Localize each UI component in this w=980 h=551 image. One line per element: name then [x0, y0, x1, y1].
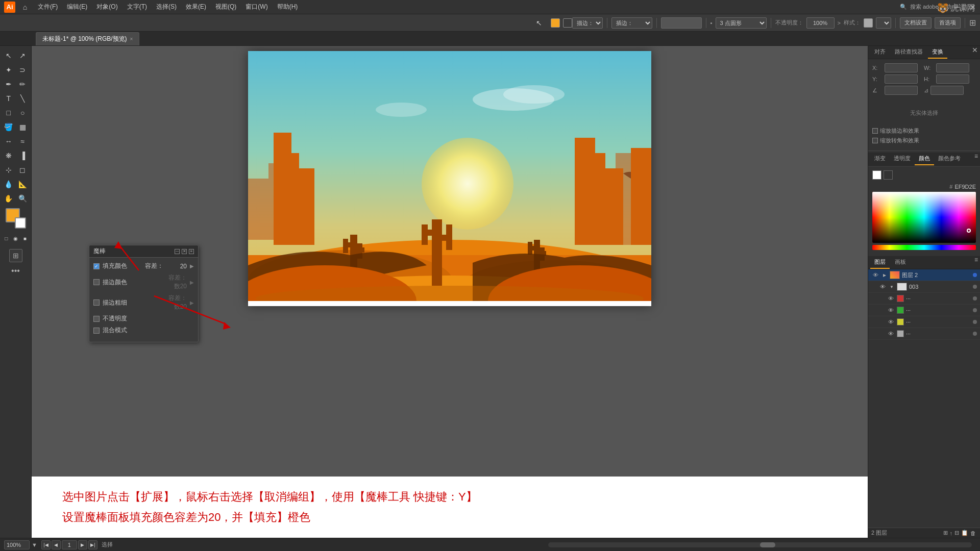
document-tab[interactable]: 未标题-1* @ 100% (RGB/预览) ×	[36, 32, 139, 45]
layers-menu-btn[interactable]: ≡	[974, 256, 978, 269]
menu-view[interactable]: 视图(Q)	[211, 2, 240, 12]
more-tools[interactable]: •••	[2, 266, 29, 276]
slice-tool[interactable]: ⊹	[2, 163, 15, 177]
view-toggle-icon[interactable]: ⊞	[969, 18, 976, 28]
h-scrollbar-thumb[interactable]	[760, 542, 775, 547]
eraser-tool[interactable]: ◻	[16, 163, 30, 177]
background-color[interactable]	[15, 217, 26, 229]
y-input[interactable]	[885, 74, 918, 84]
magic-wand-tool[interactable]: ✦	[2, 63, 15, 77]
sub-4-eye[interactable]: 👁	[887, 330, 895, 338]
direct-selection-tool[interactable]: ↗	[16, 49, 30, 62]
paint-bucket-tool[interactable]: 🪣	[2, 120, 15, 134]
sub-1-eye[interactable]: 👁	[887, 294, 895, 303]
color-tab[interactable]: 颜色	[915, 153, 934, 165]
first-page-btn[interactable]: |◀	[41, 540, 51, 549]
layer-sub-3[interactable]: 👁 ···	[868, 316, 980, 328]
panel-close-right[interactable]: ✕	[972, 46, 978, 59]
pencil-tool[interactable]: ✏	[16, 78, 30, 91]
zoom-dropdown[interactable]: ▼	[32, 542, 37, 548]
view-mode-icon[interactable]: ⊞	[2, 249, 29, 262]
measure-tool[interactable]: 📐	[16, 178, 30, 191]
hand-tool[interactable]: ✋	[2, 192, 15, 205]
menu-window[interactable]: 窗口(W)	[241, 2, 272, 12]
color-ref-tab[interactable]: 颜色参考	[934, 153, 965, 165]
interpolation-select[interactable]: 插边：	[611, 17, 652, 29]
opacity-tab[interactable]: 透明度	[890, 153, 915, 165]
layer-2-item[interactable]: 👁 ▶ 图层 2	[868, 269, 980, 281]
zoom-input[interactable]	[4, 540, 30, 549]
fill-color-checkbox[interactable]	[93, 263, 100, 269]
align-tab[interactable]: 对齐	[870, 46, 890, 59]
menu-select[interactable]: 选择(S)	[152, 2, 181, 12]
layer-2-expand[interactable]: ▶	[881, 272, 888, 278]
layers-btn-5[interactable]: 🗑	[970, 530, 976, 536]
tolerance-arrow[interactable]: ▶	[190, 263, 194, 269]
shear-input[interactable]	[930, 86, 964, 95]
sub-3-eye[interactable]: 👁	[887, 318, 895, 326]
doc-settings-btn[interactable]: 文档设置	[900, 17, 932, 29]
fill-color-swatch[interactable]	[551, 18, 560, 28]
layers-btn-2[interactable]: ↑	[950, 530, 953, 536]
ellipse-tool[interactable]: ○	[16, 106, 30, 119]
text-tool[interactable]: T	[2, 92, 15, 105]
layer-sub-2[interactable]: 👁 ···	[868, 305, 980, 316]
scale-corners-checkbox[interactable]	[872, 138, 878, 143]
hue-bar[interactable]	[872, 245, 976, 250]
artboard-tab[interactable]: 画板	[891, 256, 910, 269]
eyedropper-tool[interactable]: 💧	[2, 178, 15, 191]
last-page-btn[interactable]: ▶|	[88, 540, 97, 549]
menu-file[interactable]: 文件(F)	[34, 2, 62, 12]
transform-tab[interactable]: 变换	[928, 46, 947, 59]
panel-menu-btn[interactable]: ≡	[189, 249, 194, 254]
next-page-btn[interactable]: ▶	[78, 540, 87, 549]
zoom-tool[interactable]: 🔍	[16, 192, 30, 205]
menu-edit[interactable]: 编辑(E)	[63, 2, 91, 12]
hex-value[interactable]: EF9D2E	[954, 184, 976, 190]
screen-mode[interactable]: ◉	[11, 232, 19, 245]
layer-2-eye[interactable]: 👁	[871, 271, 879, 279]
layer-003-eye[interactable]: 👁	[878, 283, 887, 291]
h-input[interactable]	[936, 74, 969, 84]
search-icon[interactable]: 🔍	[900, 4, 907, 10]
sub-2-eye[interactable]: 👁	[887, 306, 895, 314]
menu-object[interactable]: 对象(O)	[92, 2, 121, 12]
column-graph-tool[interactable]: ▐	[16, 149, 30, 162]
blend-mode-checkbox[interactable]	[93, 328, 100, 334]
select-tool-icon[interactable]: ↖	[532, 16, 546, 30]
color-spectrum[interactable]	[872, 192, 976, 243]
canvas-area[interactable]: 魔棒 ─ ✕ ≡ 填充颜色 容差： 20 ▶ 描边颜色 容	[32, 46, 868, 538]
angle-input[interactable]	[885, 86, 918, 95]
prev-page-btn[interactable]: ◀	[52, 540, 61, 549]
selection-tool[interactable]: ↖	[2, 49, 15, 62]
white-swatch[interactable]	[872, 170, 881, 180]
stroke-color-arrow[interactable]: ▶	[190, 280, 194, 285]
transform-tool[interactable]: ↔	[2, 135, 15, 148]
layers-btn-4[interactable]: 📋	[961, 530, 968, 536]
layers-btn-3[interactable]: ⊟	[954, 530, 959, 536]
stroke-color-swatch[interactable]	[563, 18, 572, 28]
tolerance-value[interactable]: 20	[166, 263, 187, 270]
stroke-width-arrow[interactable]: ▶	[190, 300, 194, 306]
style-select[interactable]: ▼	[876, 17, 891, 29]
stroke-color-checkbox[interactable]	[93, 279, 100, 285]
black-swatch[interactable]	[884, 170, 893, 180]
opacity-checkbox[interactable]	[93, 316, 100, 322]
gradient-tab[interactable]: 渐变	[870, 153, 890, 165]
pathfinder-tab[interactable]: 路径查找器	[891, 46, 927, 59]
x-input[interactable]	[885, 63, 918, 72]
color-panel-menu[interactable]: ≡	[974, 153, 978, 165]
scale-stroke-checkbox[interactable]	[872, 128, 878, 134]
panel-minimize-btn[interactable]: ─	[175, 249, 180, 254]
stroke-width-checkbox[interactable]	[93, 299, 100, 306]
tab-close-btn[interactable]: ×	[130, 36, 133, 42]
warp-tool[interactable]: ≈	[16, 135, 30, 148]
menu-effect[interactable]: 效果(E)	[182, 2, 210, 12]
page-input[interactable]	[62, 540, 77, 549]
normal-mode[interactable]: □	[2, 232, 10, 245]
pen-tool[interactable]: ✒	[2, 78, 15, 91]
layers-tab[interactable]: 图层	[870, 256, 890, 269]
gradient-tool[interactable]: ▦	[16, 120, 30, 134]
h-scrollbar[interactable]	[548, 542, 972, 547]
home-icon[interactable]: ⌂	[19, 2, 31, 13]
